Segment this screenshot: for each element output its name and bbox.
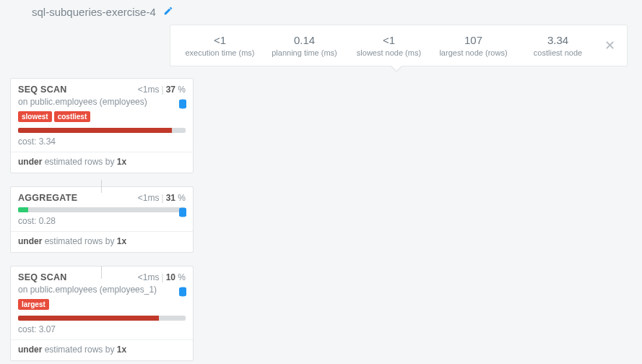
stat-execution-time: <1 execution time (ms)	[178, 34, 262, 57]
page-header: sql-subqueries-exercise-4	[0, 0, 642, 18]
database-icon[interactable]	[178, 287, 187, 299]
node-time: <1ms	[138, 272, 160, 282]
subtext-value: public.employees (employees)	[30, 97, 147, 107]
stat-costliest-node: 3.34 costliest node	[516, 34, 600, 57]
est-factor: 1x	[117, 344, 126, 355]
stat-planning-time: 0.14 planning time (ms)	[262, 34, 347, 57]
node-time: <1ms	[138, 84, 160, 95]
node-percent-suffix: %	[175, 272, 186, 282]
stat-label: slowest node (ms)	[347, 48, 431, 57]
est-factor: 1x	[117, 157, 126, 167]
cost-label: cost:	[18, 136, 39, 147]
database-icon[interactable]	[178, 99, 187, 111]
plan-tree: SEQ SCAN <1ms|37 % on public.employees (…	[10, 78, 194, 364]
stat-largest-node: 107 largest node (rows)	[431, 34, 516, 57]
plan-node[interactable]: SEQ SCAN <1ms|10 % on public.employees (…	[10, 266, 194, 361]
stat-value: <1	[347, 34, 431, 47]
node-percent: 37	[166, 84, 175, 95]
node-header: AGGREGATE <1ms|31 %	[18, 193, 186, 203]
tag-largest: largest	[18, 299, 49, 310]
stats-bar: <1 execution time (ms) 0.14 planning tim…	[170, 25, 628, 66]
cost-bar-track	[18, 316, 186, 321]
stat-label: planning time (ms)	[262, 48, 347, 57]
est-mid: estimated rows by	[42, 236, 116, 246]
node-percent-suffix: %	[175, 193, 186, 203]
node-percent: 31	[166, 193, 175, 203]
divider	[11, 231, 193, 232]
cost-label: cost:	[18, 216, 39, 226]
stat-label: execution time (ms)	[178, 48, 262, 57]
estimation-line: under estimated rows by 1x	[18, 236, 186, 246]
node-time: <1ms	[138, 193, 160, 203]
edit-icon[interactable]	[163, 6, 173, 18]
est-mid: estimated rows by	[42, 344, 116, 355]
subtext-prefix: on	[18, 285, 30, 295]
est-prefix: under	[18, 157, 42, 167]
subtext-value: public.employees (employees_1)	[30, 285, 157, 295]
est-mid: estimated rows by	[42, 157, 116, 167]
node-percent-suffix: %	[175, 84, 186, 95]
cost-line: cost: 0.28	[18, 216, 186, 226]
plan-node[interactable]: SEQ SCAN <1ms|37 % on public.employees (…	[10, 78, 194, 173]
node-header: SEQ SCAN <1ms|10 %	[18, 272, 186, 282]
tag-costliest: costliest	[54, 111, 91, 122]
node-metrics: <1ms|31 %	[138, 193, 186, 203]
estimation-line: under estimated rows by 1x	[18, 344, 186, 355]
est-factor: 1x	[117, 236, 126, 246]
plan-node[interactable]: AGGREGATE <1ms|31 % cost: 0.28 under est…	[10, 186, 194, 253]
cost-value: 0.28	[39, 216, 56, 226]
node-subtext: on public.employees (employees)	[18, 97, 186, 107]
node-title: SEQ SCAN	[18, 84, 67, 95]
node-header: SEQ SCAN <1ms|37 %	[18, 84, 186, 95]
node-title: SEQ SCAN	[18, 272, 67, 282]
subtext-prefix: on	[18, 97, 30, 107]
cost-bar-track	[18, 207, 186, 212]
stat-value: <1	[178, 34, 262, 47]
est-prefix: under	[18, 236, 42, 246]
est-prefix: under	[18, 344, 42, 355]
cost-bar-fill	[18, 316, 159, 321]
node-title: AGGREGATE	[18, 193, 77, 203]
node-tags: slowest costliest	[18, 111, 186, 122]
node-percent: 10	[166, 272, 175, 282]
database-icon[interactable]	[178, 207, 187, 220]
cost-bar-fill	[18, 128, 172, 133]
node-metrics: <1ms|10 %	[138, 272, 186, 282]
node-metrics: <1ms|37 %	[138, 84, 186, 95]
node-subtext: on public.employees (employees_1)	[18, 285, 186, 295]
cost-bar-track	[18, 128, 186, 133]
node-tags: largest	[18, 299, 186, 310]
divider	[11, 152, 193, 152]
tree-connector	[101, 266, 102, 279]
tag-slowest: slowest	[18, 111, 52, 122]
stat-label: costliest node	[516, 48, 600, 57]
close-icon[interactable]: ✕	[600, 38, 620, 53]
stats-pointer-icon	[390, 66, 403, 72]
stat-value: 0.14	[262, 34, 347, 47]
cost-value: 3.34	[39, 136, 56, 147]
stat-value: 107	[431, 34, 516, 47]
divider	[11, 339, 193, 340]
estimation-line: under estimated rows by 1x	[18, 157, 186, 167]
stat-label: largest node (rows)	[431, 48, 516, 57]
page-title: sql-subqueries-exercise-4	[32, 6, 156, 18]
cost-line: cost: 3.34	[18, 136, 186, 147]
cost-label: cost:	[18, 324, 39, 334]
stat-slowest-node: <1 slowest node (ms)	[347, 34, 431, 57]
tree-connector	[101, 180, 102, 193]
cost-value: 3.07	[39, 324, 56, 334]
stat-value: 3.34	[516, 34, 600, 47]
cost-line: cost: 3.07	[18, 324, 186, 334]
cost-bar-fill	[18, 207, 28, 212]
